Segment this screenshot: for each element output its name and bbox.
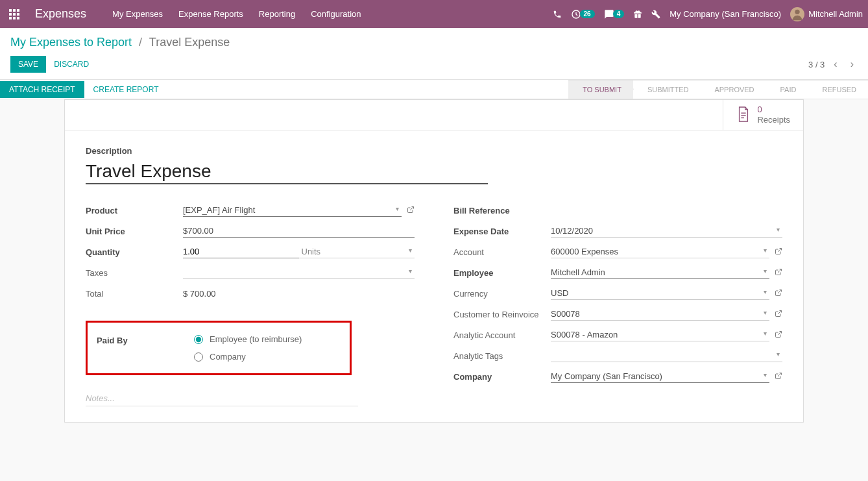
description-input[interactable] bbox=[86, 160, 488, 184]
receipts-label: Receipts bbox=[757, 115, 790, 125]
quantity-label: Quantity bbox=[86, 247, 183, 257]
receipts-button[interactable]: 0 Receipts bbox=[723, 100, 803, 130]
employee-input[interactable] bbox=[551, 266, 769, 279]
product-external-link-icon[interactable] bbox=[407, 206, 415, 216]
activity-badge: 26 bbox=[580, 10, 595, 18]
analytic-tags-input[interactable] bbox=[551, 349, 782, 362]
unit-price-input[interactable] bbox=[183, 225, 415, 238]
create-report-button[interactable]: CREATE REPORT bbox=[84, 81, 168, 98]
menu-expense-reports[interactable]: Expense Reports bbox=[178, 9, 243, 19]
paid-by-section: Paid By Employee (to reimburse) Company bbox=[86, 321, 352, 375]
svg-rect-7 bbox=[13, 17, 16, 19]
account-label: Account bbox=[453, 247, 551, 257]
apps-icon[interactable] bbox=[5, 5, 23, 23]
receipts-count: 0 bbox=[757, 105, 790, 115]
company-selector[interactable]: My Company (San Francisco) bbox=[669, 9, 781, 19]
quantity-unit-input[interactable] bbox=[299, 245, 415, 258]
quantity-input[interactable] bbox=[183, 245, 299, 258]
description-label: Description bbox=[86, 146, 782, 156]
chat-icon[interactable]: 4 bbox=[604, 9, 625, 19]
menu-configuration[interactable]: Configuration bbox=[311, 9, 361, 19]
unit-price-label: Unit Price bbox=[86, 227, 183, 236]
status-to-submit[interactable]: TO SUBMIT bbox=[568, 80, 633, 99]
save-button[interactable]: SAVE bbox=[10, 56, 46, 73]
tools-icon[interactable] bbox=[651, 10, 660, 19]
analytic-account-label: Analytic Account bbox=[453, 330, 551, 340]
status-refused[interactable]: REFUSED bbox=[808, 80, 868, 99]
bill-reference-label: Bill Reference bbox=[453, 206, 551, 216]
analytic-account-input[interactable] bbox=[551, 328, 769, 341]
svg-rect-2 bbox=[17, 9, 19, 12]
svg-line-16 bbox=[778, 269, 782, 273]
notes-input[interactable] bbox=[86, 391, 358, 406]
svg-rect-4 bbox=[13, 13, 16, 16]
menu-my-expenses[interactable]: My Expenses bbox=[112, 9, 163, 19]
paid-by-company-radio[interactable] bbox=[194, 352, 203, 362]
activity-icon[interactable]: 26 bbox=[571, 9, 595, 19]
user-name: Mitchell Admin bbox=[808, 9, 863, 19]
svg-rect-6 bbox=[9, 17, 12, 19]
employee-external-link-icon[interactable] bbox=[775, 268, 782, 278]
svg-line-14 bbox=[410, 206, 414, 210]
svg-rect-3 bbox=[9, 13, 12, 16]
menu-reporting[interactable]: Reporting bbox=[259, 9, 295, 19]
breadcrumb-current: Travel Expense bbox=[149, 36, 230, 49]
paid-by-employee-label[interactable]: Employee (to reimburse) bbox=[210, 334, 302, 344]
svg-line-17 bbox=[778, 290, 782, 293]
total-value: $ 700.00 bbox=[183, 289, 216, 299]
customer-input[interactable] bbox=[551, 308, 769, 321]
company-external-link-icon[interactable] bbox=[775, 372, 782, 382]
svg-line-15 bbox=[778, 248, 782, 252]
employee-label: Employee bbox=[453, 268, 551, 278]
paid-by-label: Paid By bbox=[97, 334, 194, 362]
discard-button[interactable]: DISCARD bbox=[46, 56, 97, 73]
svg-rect-1 bbox=[13, 9, 16, 12]
currency-label: Currency bbox=[453, 289, 551, 299]
taxes-input[interactable] bbox=[183, 266, 415, 279]
product-label: Product bbox=[86, 206, 183, 216]
account-input[interactable] bbox=[551, 245, 769, 258]
app-title[interactable]: Expenses bbox=[35, 7, 86, 21]
paid-by-employee-radio[interactable] bbox=[194, 335, 203, 344]
secondary-bar: ATTACH RECEIPT CREATE REPORT TO SUBMIT S… bbox=[0, 80, 868, 99]
gift-icon[interactable] bbox=[633, 10, 642, 19]
svg-line-20 bbox=[778, 373, 782, 376]
total-label: Total bbox=[86, 289, 183, 299]
avatar bbox=[790, 7, 804, 21]
form-sheet: 0 Receipts Description Product bbox=[64, 99, 804, 423]
phone-icon[interactable] bbox=[553, 10, 562, 19]
attach-receipt-button[interactable]: ATTACH RECEIPT bbox=[0, 81, 84, 98]
svg-rect-0 bbox=[9, 9, 12, 12]
svg-line-18 bbox=[778, 310, 782, 314]
svg-rect-5 bbox=[17, 13, 19, 16]
control-panel: My Expenses to Report / Travel Expense S… bbox=[0, 28, 868, 80]
receipt-icon bbox=[736, 106, 751, 125]
pager-prev[interactable]: ‹ bbox=[830, 56, 841, 73]
pager: 3 / 3 ‹ › bbox=[808, 56, 858, 73]
status-submitted[interactable]: SUBMITTED bbox=[633, 80, 701, 99]
status-approved[interactable]: APPROVED bbox=[700, 80, 766, 99]
customer-external-link-icon[interactable] bbox=[775, 310, 782, 319]
chat-badge: 4 bbox=[613, 10, 625, 18]
company-field-label: Company bbox=[453, 372, 551, 382]
analytic-account-external-link-icon[interactable] bbox=[775, 330, 782, 340]
top-navbar: Expenses My Expenses Expense Reports Rep… bbox=[0, 0, 868, 28]
svg-point-10 bbox=[795, 9, 800, 14]
breadcrumb-parent[interactable]: My Expenses to Report bbox=[10, 36, 132, 49]
bill-reference-input[interactable] bbox=[551, 204, 782, 217]
customer-label: Customer to Reinvoice bbox=[453, 310, 551, 319]
main-menu: My Expenses Expense Reports Reporting Co… bbox=[112, 9, 361, 19]
user-menu[interactable]: Mitchell Admin bbox=[790, 7, 863, 21]
company-input[interactable] bbox=[551, 370, 769, 383]
currency-external-link-icon[interactable] bbox=[775, 289, 782, 299]
currency-input[interactable] bbox=[551, 287, 769, 300]
pager-next[interactable]: › bbox=[847, 56, 858, 73]
account-external-link-icon[interactable] bbox=[775, 247, 782, 257]
taxes-label: Taxes bbox=[86, 268, 183, 278]
expense-date-label: Expense Date bbox=[453, 227, 551, 236]
product-input[interactable] bbox=[183, 204, 402, 217]
paid-by-company-label[interactable]: Company bbox=[210, 352, 246, 362]
expense-date-input[interactable] bbox=[551, 225, 782, 238]
status-paid[interactable]: PAID bbox=[766, 80, 808, 99]
pager-text: 3 / 3 bbox=[808, 60, 825, 69]
